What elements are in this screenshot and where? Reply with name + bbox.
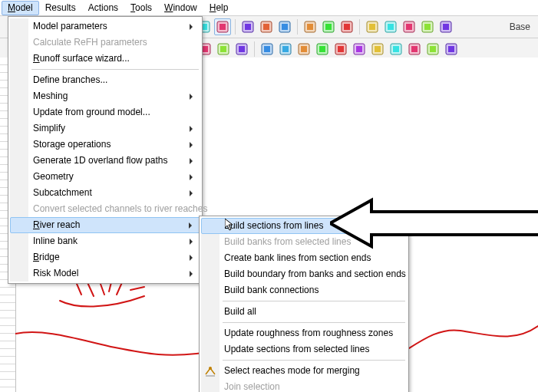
model-menu-generate-1d-overland-flow-paths[interactable]: Generate 1D overland flow paths xyxy=(10,153,200,169)
menu-item-label: Inline bank xyxy=(33,233,78,249)
chevron-right-icon xyxy=(190,158,196,164)
menu-separator xyxy=(31,69,199,70)
river-j-icon[interactable] xyxy=(424,41,441,58)
shape-a-icon[interactable] xyxy=(364,18,381,35)
shape-e-icon[interactable] xyxy=(437,18,454,35)
shape-d-icon[interactable] xyxy=(419,18,436,35)
merge-icon xyxy=(204,365,216,377)
bars-icon[interactable] xyxy=(302,18,319,35)
svg-rect-27 xyxy=(388,24,394,30)
river-reach-menu-update-roughness-from-roughness-zones[interactable]: Update roughness from roughness zones xyxy=(201,325,407,341)
river-reach-menu-select-reaches-mode-for-merging[interactable]: Select reaches mode for merging xyxy=(201,363,407,379)
river-reach-menu-build-bank-connections[interactable]: Build bank connections xyxy=(201,282,407,298)
svg-rect-53 xyxy=(264,46,270,52)
menubar-item-actions[interactable]: Actions xyxy=(82,1,124,15)
model-menu-convert-selected-channels-to-river-reach: Convert selected channels to river reach… xyxy=(10,201,200,217)
model-menu-meshing[interactable]: Meshing xyxy=(10,88,200,104)
river-reach-menu-build-boundary-from-banks-and-section-en[interactable]: Build boundary from banks and section en… xyxy=(201,266,407,282)
chevron-right-icon xyxy=(190,142,196,148)
menubar-item-model[interactable]: Model xyxy=(2,1,39,15)
river-reach-menu-update-sections-from-selected-lines[interactable]: Update sections from selected lines xyxy=(201,341,407,357)
tool-b-icon[interactable] xyxy=(338,18,355,35)
grid-red-icon[interactable] xyxy=(215,41,232,58)
svg-rect-29 xyxy=(406,24,412,30)
svg-rect-31 xyxy=(424,24,431,30)
menu-item-label: Generate 1D overland flow paths xyxy=(33,153,167,169)
model-menu-bridge[interactable]: Bridge xyxy=(10,249,200,265)
river-reach-menu-build-sections-from-lines[interactable]: Build sections from lines xyxy=(201,218,407,234)
svg-rect-61 xyxy=(338,46,344,52)
menu-item-label: Storage operations xyxy=(33,137,111,153)
menu-item-label: Update roughness from roughness zones xyxy=(224,325,393,341)
checker-blue-toggle-icon[interactable] xyxy=(214,18,231,35)
base-label: Base xyxy=(505,21,535,32)
toolbar-separator xyxy=(254,41,255,57)
toolbar-separator xyxy=(297,19,298,35)
model-menu-define-branches[interactable]: Define branches... xyxy=(10,72,200,88)
river-k-icon[interactable] xyxy=(443,41,460,58)
river-f-icon[interactable] xyxy=(351,41,368,58)
shape-b-icon[interactable] xyxy=(382,18,399,35)
river-g-icon[interactable] xyxy=(369,41,386,58)
model-menu-runoff-surface-wizard[interactable]: Runoff surface wizard... xyxy=(10,51,200,67)
submenu-river-reach: Build sections from linesBuild banks fro… xyxy=(199,216,409,392)
chevron-right-icon xyxy=(190,126,196,132)
menu-item-label: Meshing xyxy=(33,88,68,104)
menu-item-label: Build boundary from banks and section en… xyxy=(224,266,406,282)
model-menu-calculate-refh-parameters: Calculate ReFH parameters xyxy=(10,35,200,51)
menu-item-label: Model parameters xyxy=(33,18,107,35)
svg-rect-51 xyxy=(239,46,245,52)
menu-item-label: Build all xyxy=(224,304,256,320)
model-menu-risk-model[interactable]: Risk Model xyxy=(10,265,200,282)
river-e-icon[interactable] xyxy=(332,41,349,58)
river-reach-menu-create-bank-lines-from-section-ends[interactable]: Create bank lines from section ends xyxy=(201,250,407,266)
toolbar-separator xyxy=(359,19,360,35)
model-menu-storage-operations[interactable]: Storage operations xyxy=(10,137,200,153)
toolbar-separator xyxy=(235,19,236,35)
model-menu-river-reach[interactable]: River reach xyxy=(10,217,200,233)
menubar-item-tools[interactable]: Tools xyxy=(124,1,158,15)
menu-separator xyxy=(223,322,405,323)
river-h-icon[interactable] xyxy=(388,41,404,58)
model-menu-simplify[interactable]: Simplify xyxy=(10,120,200,137)
svg-rect-11 xyxy=(219,24,226,30)
menubar-item-window[interactable]: Window xyxy=(158,1,203,15)
river-c-icon[interactable] xyxy=(295,41,312,58)
menu-item-label: Define branches... xyxy=(33,72,107,88)
menu-separator xyxy=(223,360,405,361)
menu-item-label: Update from ground model... xyxy=(33,104,150,120)
river-a-icon[interactable] xyxy=(259,41,276,58)
svg-rect-15 xyxy=(263,24,269,30)
chevron-right-icon xyxy=(190,255,196,261)
model-menu-inline-bank[interactable]: Inline bank xyxy=(10,233,200,249)
chevron-right-icon xyxy=(190,174,196,180)
river-d-icon[interactable] xyxy=(314,41,331,58)
menu-item-label: Create bank lines from section ends xyxy=(224,250,371,266)
river-reach-menu-join-selection: Join selection xyxy=(201,379,407,392)
chevron-right-icon xyxy=(189,222,195,229)
svg-rect-17 xyxy=(282,24,288,30)
river-reach-menu-build-all[interactable]: Build all xyxy=(201,304,407,320)
svg-point-74 xyxy=(209,367,212,370)
model-menu-subcatchment[interactable]: Subcatchment xyxy=(10,185,200,201)
menubar-item-results[interactable]: Results xyxy=(39,1,82,15)
model-menu-update-from-ground-model[interactable]: Update from ground model... xyxy=(10,104,200,120)
layers-icon[interactable] xyxy=(276,18,293,35)
chevron-right-icon xyxy=(190,271,196,277)
svg-rect-23 xyxy=(344,24,350,30)
menubar-item-help[interactable]: Help xyxy=(203,1,235,15)
window-icon[interactable] xyxy=(258,18,275,35)
shape-c-icon[interactable] xyxy=(401,18,418,35)
tool-a-icon[interactable] xyxy=(320,18,337,35)
model-menu-geometry[interactable]: Geometry xyxy=(10,169,200,185)
grid-purple-icon[interactable] xyxy=(233,41,250,58)
svg-rect-49 xyxy=(220,46,226,52)
model-menu-model-parameters[interactable]: Model parameters xyxy=(10,18,200,35)
svg-rect-73 xyxy=(448,46,454,52)
menu-separator xyxy=(223,301,405,301)
table-icon[interactable] xyxy=(239,18,256,35)
river-b-icon[interactable] xyxy=(277,41,294,58)
menu-model: Model parametersCalculate ReFH parameter… xyxy=(8,16,203,284)
river-i-icon[interactable] xyxy=(406,41,423,58)
svg-rect-13 xyxy=(245,24,251,30)
